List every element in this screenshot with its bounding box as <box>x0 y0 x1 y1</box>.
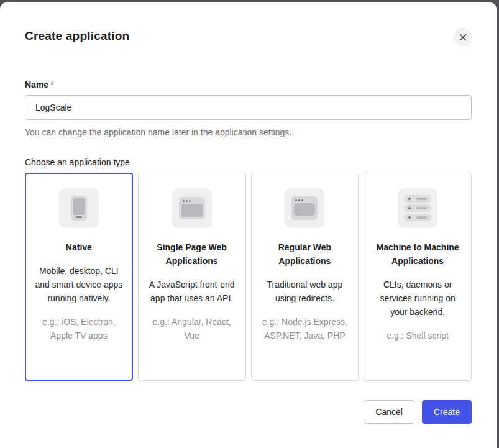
card-native[interactable]: Native Mobile, desktop, CLI and smart de… <box>25 173 133 381</box>
create-button[interactable]: Create <box>422 400 472 424</box>
modal-actions: Cancel Create <box>25 400 472 424</box>
close-button[interactable] <box>454 28 472 47</box>
server-stack-icon <box>398 188 437 228</box>
application-type-label: Choose an application type <box>25 156 472 168</box>
name-helper-text: You can change the application name late… <box>25 126 472 139</box>
card-single-page-web[interactable]: Single Page Web Applications A JavaScrip… <box>138 173 246 381</box>
card-description: Mobile, desktop, CLI and smart device ap… <box>35 264 123 305</box>
card-machine-to-machine[interactable]: Machine to Machine Applications CLIs, da… <box>364 173 472 381</box>
browser-window-footer-icon <box>285 188 324 228</box>
create-application-modal: Create application Name* You can change … <box>0 2 497 448</box>
card-title: Single Page Web Applications <box>148 240 236 268</box>
card-examples: e.g.: iOS, Electron, Apple TV apps <box>35 315 123 342</box>
card-title: Native <box>35 240 123 254</box>
card-title: Regular Web Applications <box>261 240 349 268</box>
application-type-cards: Native Mobile, desktop, CLI and smart de… <box>25 173 472 381</box>
card-examples: e.g.: Node.js Express, ASP.NET, Java, PH… <box>261 315 349 342</box>
application-name-input[interactable] <box>25 95 472 120</box>
mobile-phone-icon <box>59 188 99 228</box>
card-examples: e.g.: Angular, React, Vue <box>148 315 236 342</box>
card-description: CLIs, daemons or services running on you… <box>373 278 462 319</box>
browser-window-icon <box>172 188 212 228</box>
card-description: A JavaScript front-end app that uses an … <box>148 278 236 305</box>
required-marker: * <box>50 80 53 89</box>
card-title: Machine to Machine Applications <box>373 240 462 268</box>
cancel-button[interactable]: Cancel <box>364 400 414 424</box>
modal-title: Create application <box>25 29 472 43</box>
card-regular-web[interactable]: Regular Web Applications Traditional web… <box>251 173 359 381</box>
close-icon <box>459 34 467 41</box>
card-description: Traditional web app using redirects. <box>261 278 349 305</box>
name-field-label: Name* <box>25 78 472 91</box>
card-examples: e.g.: Shell script <box>373 329 462 342</box>
